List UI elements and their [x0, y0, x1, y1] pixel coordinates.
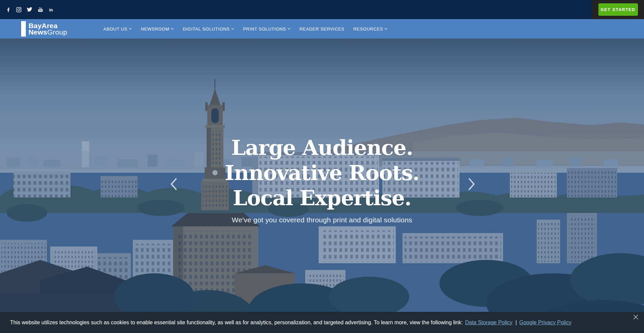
nav-label: ABOUT US	[103, 26, 127, 32]
cta-container: GET STARTED	[592, 0, 644, 19]
chevron-right-icon	[467, 177, 476, 191]
hero-content: Large Audience. Innovative Roots. Local …	[0, 135, 644, 224]
svg-text:in: in	[49, 7, 53, 12]
twitter-link[interactable]	[24, 4, 35, 15]
nav-item-print-solutions[interactable]: PRINT SOLUTIONS	[243, 26, 290, 32]
main-menu: ABOUT US NEWSROOM DIGITAL SOLUTIONS PRIN…	[103, 26, 387, 32]
logo-bar	[21, 21, 26, 37]
facebook-icon	[6, 7, 11, 12]
cookie-close-button[interactable]	[632, 314, 639, 321]
hero-subtitle: We've got you covered through print and …	[0, 216, 644, 224]
nav-label: NEWSROOM	[141, 26, 169, 32]
youtube-link[interactable]: YouTube	[35, 4, 46, 15]
chevron-down-icon	[129, 28, 132, 30]
data-storage-policy-link[interactable]: Data Storage Policy	[465, 320, 512, 326]
cookie-banner: This website utilizes technologies such …	[0, 312, 644, 333]
logo-link[interactable]: BayArea NewsGroup	[21, 21, 67, 37]
linkedin-link[interactable]: in	[46, 4, 56, 15]
instagram-icon	[16, 7, 21, 12]
cookie-message: This website utilizes technologies such …	[10, 320, 463, 326]
hero-title-line3: Local Expertise.	[0, 185, 644, 211]
facebook-link[interactable]	[3, 4, 13, 15]
nav-item-about-us[interactable]: ABOUT US	[103, 26, 132, 32]
hero-section: Large Audience. Innovative Roots. Local …	[0, 39, 644, 333]
chevron-left-icon	[169, 177, 178, 191]
hero-title: Large Audience. Innovative Roots. Local …	[0, 135, 644, 211]
logo-line2-bold: News	[29, 28, 47, 36]
google-privacy-policy-link[interactable]: Google Privacy Policy	[519, 320, 572, 326]
nav-label: DIGITAL SOLUTIONS	[183, 26, 230, 32]
nav-label: RESOURCES	[354, 26, 383, 32]
get-started-button[interactable]: GET STARTED	[598, 3, 638, 16]
nav-label: PRINT SOLUTIONS	[243, 26, 286, 32]
nav-item-reader-services[interactable]: READER SERVICES	[300, 26, 344, 32]
chevron-down-icon	[287, 28, 290, 30]
nav-item-resources[interactable]: RESOURCES	[354, 26, 388, 32]
logo-text: BayArea NewsGroup	[29, 22, 67, 35]
close-icon	[633, 314, 639, 320]
carousel-prev-button[interactable]	[169, 177, 178, 192]
youtube-icon: YouTube	[37, 7, 44, 12]
chevron-down-icon	[171, 28, 174, 30]
page: YouTube in GET STARTED BayArea NewsGroup…	[0, 0, 644, 333]
svg-text:You: You	[39, 7, 42, 9]
chevron-down-icon	[384, 28, 387, 30]
carousel-next-button[interactable]	[467, 177, 476, 192]
social-links: YouTube in	[0, 4, 56, 15]
hero-title-line1: Large Audience.	[0, 135, 644, 160]
instagram-link[interactable]	[13, 4, 24, 15]
top-utility-bar: YouTube in GET STARTED	[0, 0, 644, 19]
twitter-icon	[27, 7, 32, 12]
linkedin-icon: in	[48, 7, 54, 12]
cookie-link-separator: |	[516, 320, 517, 326]
logo-line2-light: Group	[47, 28, 67, 36]
hero-title-line2: Innovative Roots.	[0, 160, 644, 185]
svg-text:Tube: Tube	[38, 9, 42, 11]
nav-item-newsroom[interactable]: NEWSROOM	[141, 26, 174, 32]
chevron-down-icon	[231, 28, 234, 30]
main-navbar: BayArea NewsGroup ABOUT US NEWSROOM DIGI…	[0, 19, 644, 39]
nav-item-digital-solutions[interactable]: DIGITAL SOLUTIONS	[183, 26, 234, 32]
nav-label: READER SERVICES	[300, 26, 344, 32]
